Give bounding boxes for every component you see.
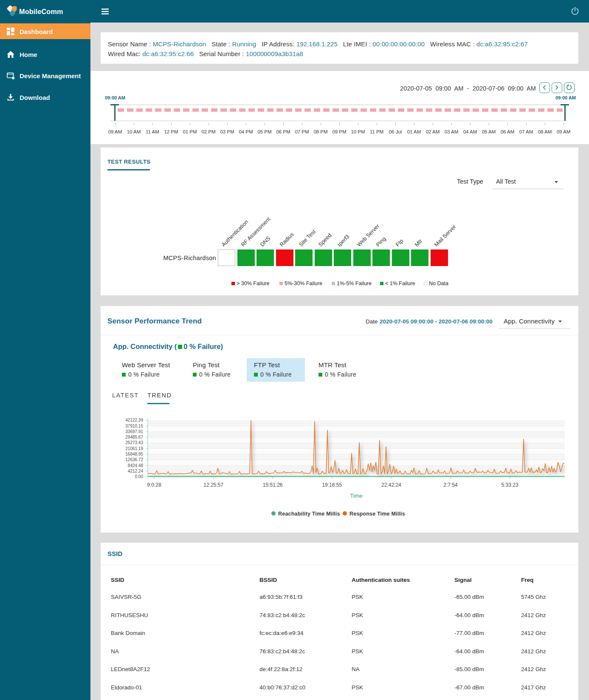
svg-text:8424.48: 8424.48 — [128, 463, 144, 468]
svg-text:15:51:26: 15:51:26 — [263, 482, 283, 488]
svg-text:Reachability Time Millis: Reachability Time Millis — [278, 511, 340, 517]
svg-text:12:25:57: 12:25:57 — [203, 482, 223, 488]
svg-text:0.00: 0.00 — [135, 474, 144, 479]
svg-text:16848.95: 16848.95 — [125, 452, 143, 456]
svg-text:5:33:23: 5:33:23 — [502, 482, 519, 488]
svg-text:2:7:54: 2:7:54 — [443, 482, 458, 488]
svg-text:22:42:24: 22:42:24 — [381, 482, 401, 488]
svg-text:12636.72: 12636.72 — [125, 457, 143, 462]
svg-text:42122.39: 42122.39 — [125, 418, 143, 422]
svg-text:29485.67: 29485.67 — [125, 435, 143, 439]
svg-text:9:0:28: 9:0:28 — [147, 482, 161, 488]
svg-text:4212.24: 4212.24 — [128, 469, 144, 473]
svg-text:Response Time Millis: Response Time Millis — [349, 511, 405, 517]
svg-text:37910.15: 37910.15 — [125, 424, 143, 428]
svg-text:25273.43: 25273.43 — [125, 440, 143, 445]
svg-text:19:16:55: 19:16:55 — [322, 482, 342, 488]
svg-text:21061.19: 21061.19 — [125, 446, 143, 451]
svg-text:33697.91: 33697.91 — [125, 429, 143, 434]
svg-text:Time: Time — [350, 493, 363, 499]
